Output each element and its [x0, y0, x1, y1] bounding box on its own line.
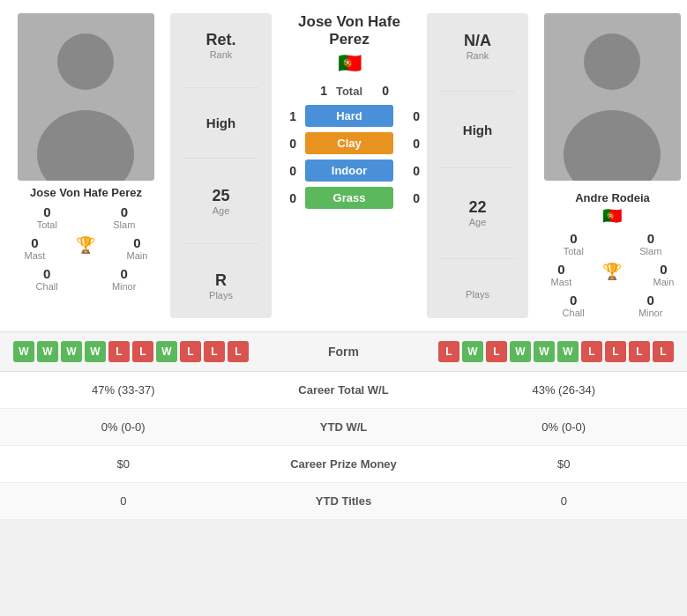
- clay-row: 0 Clay 0: [279, 132, 420, 154]
- left-stats-row-3: 0 Chall 0 Minor: [9, 266, 163, 292]
- form-badge-left: W: [61, 341, 82, 362]
- right-stats-row-3: 0 Chall 0 Minor: [535, 293, 687, 318]
- stats-left-val-2: $0: [0, 450, 247, 478]
- left-stats-row-2: 0 Mast 🏆 0 Main: [9, 235, 163, 261]
- right-stat-chall: 0 Chall: [563, 293, 585, 318]
- right-flag: 🇵🇹: [602, 206, 622, 226]
- stats-left-val-1: 0% (0-0): [0, 413, 247, 441]
- stats-row-3: 0 YTD Titles 0: [0, 483, 687, 520]
- stats-center-label-1: YTD W/L: [247, 420, 441, 434]
- left-player-card: Jose Von Hafe Perez 0 Total 0 Slam 0 Ma: [9, 13, 163, 318]
- stats-right-val-0: 43% (26-34): [441, 376, 688, 404]
- right-stat-slam: 0 Slam: [639, 231, 661, 256]
- form-section: WWWWLLWLLL Form LWLWWWLLLL: [0, 331, 687, 371]
- stats-right-val-2: $0: [441, 450, 688, 478]
- left-stats-row-1: 0 Total 0 Slam: [9, 204, 163, 230]
- form-badge-right: L: [653, 341, 674, 362]
- stats-section: 47% (33-37) Career Total W/L 43% (26-34)…: [0, 371, 687, 520]
- form-badge-left: L: [228, 341, 249, 362]
- form-badge-right: L: [438, 341, 459, 362]
- form-badge-right: W: [510, 341, 531, 362]
- stats-row-0: 47% (33-37) Career Total W/L 43% (26-34): [0, 372, 687, 409]
- divider-1: [183, 87, 259, 88]
- form-badge-right: L: [581, 341, 602, 362]
- left-player-avatar: [18, 13, 154, 181]
- stats-center-label-2: Career Prize Money: [247, 457, 441, 471]
- right-player-name: Andre Rodeia: [575, 191, 650, 204]
- left-flag: 🇵🇹: [338, 52, 362, 75]
- right-stat-mast: 0 Mast: [551, 262, 572, 287]
- form-badge-left: W: [156, 341, 177, 362]
- grass-row: 0 Grass 0: [279, 187, 420, 209]
- left-plays-block: R Plays: [209, 271, 233, 301]
- divider-3: [183, 243, 259, 244]
- left-stat-slam: 0 Slam: [113, 204, 135, 230]
- left-player-silhouette: [18, 13, 154, 181]
- right-stats-row-2: 0 Mast 🏆 0 Main: [535, 262, 687, 287]
- svg-point-4: [584, 33, 640, 90]
- left-high-block: High: [206, 115, 235, 130]
- left-stat-total: 0 Total: [37, 204, 57, 230]
- left-stat-chall: 0 Chall: [36, 266, 58, 292]
- right-stat-minor: 0 Minor: [638, 293, 663, 318]
- right-rank-block: N/A Rank: [464, 32, 491, 61]
- left-middle-stats: Ret. Rank High 25 Age R Plays: [170, 13, 272, 318]
- center-name-area: Jose Von Hafe Perez 🇵🇹: [279, 13, 420, 75]
- total-row: 1 Total 0: [310, 84, 389, 98]
- center-left-name: Jose Von Hafe Perez: [279, 13, 420, 48]
- right-trophy-icon: 🏆: [602, 262, 622, 287]
- right-player-stats: 0 Total 0 Slam 0 Mast 🏆: [535, 231, 687, 318]
- players-section: Jose Von Hafe Perez 0 Total 0 Slam 0 Ma: [0, 0, 687, 331]
- center-section: Jose Von Hafe Perez 🇵🇹 1 Total 0 1 Hard …: [279, 13, 420, 318]
- right-stat-total: 0 Total: [564, 231, 584, 256]
- right-stats-row-1: 0 Total 0 Slam: [535, 231, 687, 256]
- form-badge-left: W: [37, 341, 58, 362]
- form-badge-right: W: [557, 341, 579, 362]
- right-high-block: High: [463, 122, 492, 137]
- form-badge-left: L: [132, 341, 153, 362]
- left-trophy-icon: 🏆: [76, 235, 95, 261]
- surface-rows: 1 Hard 0 0 Clay 0 0 Indoor 0: [279, 105, 420, 209]
- divider-r3: [440, 258, 516, 259]
- left-player-stats: 0 Total 0 Slam 0 Mast 🏆: [9, 204, 163, 292]
- left-age-block: 25 Age: [212, 187, 229, 216]
- right-age-block: 22 Age: [468, 198, 486, 227]
- left-stat-main: 0 Main: [127, 235, 148, 261]
- form-badge-left: L: [108, 341, 130, 362]
- stats-right-val-1: 0% (0-0): [441, 413, 688, 441]
- right-plays-block: Plays: [466, 289, 489, 300]
- stats-right-val-3: 0: [441, 487, 688, 515]
- stats-row-1: 0% (0-0) YTD W/L 0% (0-0): [0, 409, 687, 446]
- left-rank-block: Ret. Rank: [205, 31, 235, 60]
- form-label: Form: [328, 345, 359, 359]
- form-badge-left: L: [180, 341, 201, 362]
- left-stat-mast: 0 Mast: [25, 235, 46, 261]
- form-badge-left: L: [204, 341, 225, 362]
- stats-left-val-3: 0: [0, 487, 247, 515]
- left-player-name: Jose Von Hafe Perez: [30, 186, 142, 199]
- form-badge-right: L: [629, 341, 650, 362]
- stats-row-2: $0 Career Prize Money $0: [0, 446, 687, 483]
- form-badge-right: W: [462, 341, 483, 362]
- right-stat-main: 0 Main: [653, 262, 675, 287]
- form-badge-left: W: [85, 341, 106, 362]
- svg-point-1: [57, 33, 114, 90]
- form-badge-right: W: [534, 341, 555, 362]
- divider-2: [183, 158, 259, 159]
- left-form-badges: WWWWLLWLLL: [13, 341, 249, 362]
- left-stat-minor: 0 Minor: [112, 266, 137, 292]
- right-player-silhouette: [544, 13, 681, 181]
- stats-center-label-3: YTD Titles: [247, 494, 441, 508]
- right-player-avatar: [544, 13, 681, 181]
- form-badge-right: L: [605, 341, 626, 362]
- right-player-card: Andre Rodeia 🇵🇹 0 Total 0 Slam: [535, 13, 687, 318]
- stats-left-val-0: 47% (33-37): [0, 376, 247, 404]
- indoor-row: 0 Indoor 0: [279, 160, 420, 182]
- right-middle-stats: N/A Rank High 22 Age Plays: [427, 13, 528, 318]
- main-container: Jose Von Hafe Perez 0 Total 0 Slam 0 Ma: [0, 0, 687, 520]
- form-badge-right: L: [486, 341, 507, 362]
- right-form-badges: LWLWWWLLLL: [438, 341, 674, 362]
- form-badge-left: W: [13, 341, 34, 362]
- divider-r2: [440, 167, 516, 168]
- divider-r1: [440, 91, 516, 92]
